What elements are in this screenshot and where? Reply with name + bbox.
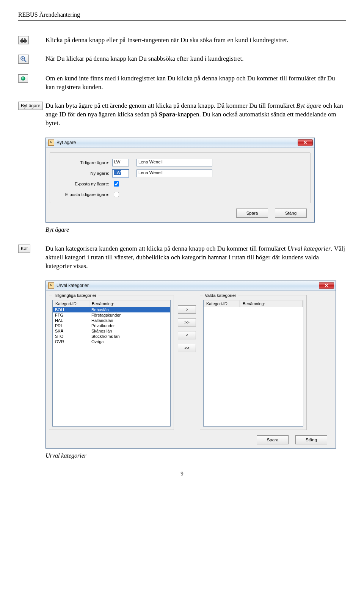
figure-byt-agare-caption: Byt ägare bbox=[46, 226, 346, 233]
document-header: REBUS Ärendehantering bbox=[18, 11, 346, 18]
spara-button[interactable]: Spara bbox=[257, 435, 289, 444]
window-icon: ✎ bbox=[48, 282, 54, 289]
epost-ny-checkbox[interactable] bbox=[114, 181, 119, 187]
figure-urval: ✎ Urval kategorier ✕ Tillgängliga katego… bbox=[46, 281, 346, 449]
list-item-id: BOH bbox=[53, 307, 89, 312]
binoculars-button[interactable] bbox=[18, 36, 29, 44]
list-item-name: Bohuslän bbox=[89, 307, 170, 312]
list-item-name: Stockholms län bbox=[89, 334, 170, 339]
paragraph-2: När Du klickar på denna knapp kan Du sna… bbox=[46, 55, 346, 64]
col-benamning[interactable]: Benämning: bbox=[240, 300, 303, 307]
move-all-left-button[interactable]: << bbox=[178, 344, 196, 352]
section-kat: Kat Du kan kategorisera kunden genom att… bbox=[18, 245, 346, 271]
close-icon: ✕ bbox=[303, 140, 307, 145]
figure-byt-agare: ✎ Byt ägare ✕ Tidigare ägare: LW Lena We… bbox=[46, 138, 346, 223]
list-item-id: HAL bbox=[53, 318, 89, 323]
ny-agare-label: Ny ägare: bbox=[55, 171, 112, 176]
list-item-id: PRI bbox=[53, 323, 89, 328]
move-right-button[interactable]: > bbox=[178, 305, 196, 314]
byt-agare-titlebar: ✎ Byt ägare ✕ bbox=[46, 138, 314, 148]
ny-agare-id-field[interactable]: LW bbox=[112, 169, 129, 177]
list-item-id: FTG bbox=[53, 312, 89, 318]
kat-button[interactable]: Kat bbox=[18, 245, 30, 253]
close-button[interactable]: ✕ bbox=[298, 139, 313, 146]
epost-ny-label: E-posta ny ägare: bbox=[55, 182, 112, 186]
stang-button[interactable]: Stäng bbox=[275, 209, 307, 218]
spara-button[interactable]: Spara bbox=[236, 209, 268, 218]
list-item-name: Skånes län bbox=[89, 328, 170, 334]
list-item-name: Företagskunder bbox=[89, 312, 170, 318]
tillgangliga-group: Tillgängliga kategorier Kategori-ID: Ben… bbox=[49, 293, 174, 430]
byt-agare-title: Byt ägare bbox=[56, 140, 298, 145]
list-item[interactable]: HALHallandslän bbox=[53, 318, 170, 323]
section-new-customer: Om en kund inte finns med i kundregistre… bbox=[18, 74, 346, 92]
move-left-button[interactable]: < bbox=[178, 331, 196, 339]
col-kategori-id[interactable]: Kategori-ID: bbox=[204, 300, 240, 307]
list-item[interactable]: PRIPrivatkunder bbox=[53, 323, 170, 328]
text-italic: Byt ägare bbox=[296, 102, 321, 109]
list-item-name: Övriga bbox=[89, 339, 170, 344]
list-item[interactable]: ÖVRÖvriga bbox=[53, 339, 170, 344]
transfer-buttons: > >> < << bbox=[178, 305, 196, 352]
epost-tidigare-checkbox[interactable] bbox=[114, 192, 119, 197]
close-icon: ✕ bbox=[325, 283, 328, 288]
col-kategori-id[interactable]: Kategori-ID: bbox=[53, 300, 89, 307]
move-all-right-button[interactable]: >> bbox=[178, 318, 196, 326]
list-item[interactable]: STOStockholms län bbox=[53, 334, 170, 339]
tidigare-agare-id-field[interactable]: LW bbox=[112, 159, 129, 166]
text: Du kan kategorisera kunden genom att kli… bbox=[46, 245, 287, 252]
svg-point-9 bbox=[21, 77, 25, 80]
epost-tidigare-label: E-posta tidigare ägare: bbox=[55, 192, 112, 197]
byt-agare-fieldset: Tidigare ägare: LW Lena Wenell Ny ägare:… bbox=[50, 152, 311, 203]
tidigare-agare-name-field[interactable]: Lena Wenell bbox=[136, 159, 212, 166]
list-item[interactable]: BOHBohuslän bbox=[53, 307, 170, 312]
green-dot-icon bbox=[20, 75, 26, 82]
paragraph-3: Om en kund inte finns med i kundregistre… bbox=[46, 74, 346, 92]
tidigare-agare-label: Tidigare ägare: bbox=[55, 160, 112, 165]
svg-rect-2 bbox=[22, 38, 23, 40]
tillgangliga-listbox[interactable]: Kategori-ID: Benämning: BOHBohuslänFTGFö… bbox=[52, 300, 171, 427]
list-item-id: SKÅ bbox=[53, 328, 89, 334]
magnifier-plus-icon bbox=[20, 56, 27, 63]
valda-group: Valda kategorier Kategori-ID: Benämning: bbox=[200, 293, 307, 430]
section-quicksearch: När Du klickar på denna knapp kan Du sna… bbox=[18, 55, 346, 64]
page-number: 9 bbox=[18, 471, 346, 477]
magnifier-button[interactable] bbox=[18, 55, 29, 64]
list-item-name: Hallandslän bbox=[89, 318, 170, 323]
section-byt-agare: Byt ägare Du kan byta ägare på ett ärend… bbox=[18, 102, 346, 128]
urval-titlebar: ✎ Urval kategorier ✕ bbox=[46, 281, 336, 291]
svg-line-6 bbox=[24, 60, 26, 62]
list-item[interactable]: FTGFöretagskunder bbox=[53, 312, 170, 318]
text: Du kan byta ägare på ett ärende genom at… bbox=[46, 102, 296, 109]
header-rule bbox=[18, 20, 346, 21]
close-button[interactable]: ✕ bbox=[319, 282, 334, 289]
svg-rect-4 bbox=[23, 40, 24, 41]
text-italic: Urval kategorier bbox=[287, 245, 331, 252]
svg-rect-3 bbox=[24, 38, 25, 40]
ny-agare-name-field[interactable]: Lena Wenell bbox=[136, 169, 212, 177]
stang-button[interactable]: Stäng bbox=[295, 435, 327, 444]
window-icon: ✎ bbox=[48, 140, 54, 146]
list-item-id: STO bbox=[53, 334, 89, 339]
paragraph-4: Du kan byta ägare på ett ärende genom at… bbox=[46, 102, 346, 128]
tillgangliga-legend: Tillgängliga kategorier bbox=[52, 293, 98, 298]
binoculars-icon bbox=[20, 38, 27, 43]
list-item[interactable]: SKÅSkånes län bbox=[53, 328, 170, 334]
section-search: Klicka på denna knapp eller på Insert-ta… bbox=[18, 36, 346, 45]
list-item-name: Privatkunder bbox=[89, 323, 170, 328]
byt-agare-button[interactable]: Byt ägare bbox=[18, 102, 43, 110]
figure-urval-caption: Urval kategorier bbox=[46, 452, 346, 459]
valda-legend: Valda kategorier bbox=[203, 293, 238, 298]
text-bold: Spara bbox=[159, 111, 175, 118]
paragraph-5: Du kan kategorisera kunden genom att kli… bbox=[46, 245, 346, 271]
urval-title: Urval kategorier bbox=[56, 283, 319, 288]
valda-listbox[interactable]: Kategori-ID: Benämning: bbox=[203, 300, 303, 427]
list-item-id: ÖVR bbox=[53, 339, 89, 344]
new-customer-button[interactable] bbox=[18, 74, 28, 83]
col-benamning[interactable]: Benämning: bbox=[89, 300, 170, 307]
paragraph-1: Klicka på denna knapp eller på Insert-ta… bbox=[46, 36, 346, 45]
